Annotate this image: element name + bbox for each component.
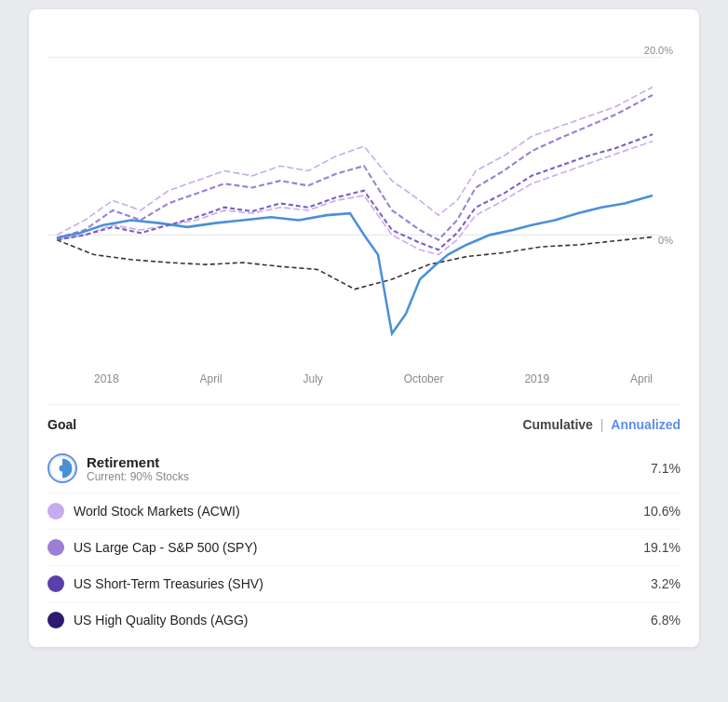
x-label-july: July (303, 372, 323, 385)
list-item: Retirement Current: 90% Stocks 7.1% (47, 444, 681, 493)
x-label-2019: 2019 (524, 372, 549, 385)
spy-dot (47, 539, 64, 556)
y-label-0: 0% (658, 235, 673, 246)
legend-header: Goal Cumulative | Annualized (47, 404, 681, 440)
agg-text: US High Quality Bonds (AGG) (74, 613, 249, 628)
agg-dot (47, 612, 64, 628)
svg-point-3 (60, 466, 66, 472)
acwi-dot (47, 503, 64, 520)
x-label-april2: April (630, 372, 653, 385)
y-label-20: 20.0% (644, 45, 673, 56)
shv-text: US Short-Term Treasuries (SHV) (74, 576, 263, 591)
retirement-value: 7.1% (651, 461, 681, 476)
toggle-pipe: | (600, 417, 604, 432)
list-item: US Large Cap - S&P 500 (SPY) 19.1% (47, 530, 681, 566)
legend-item-left: Retirement Current: 90% Stocks (47, 453, 189, 483)
spy-name: US Large Cap - S&P 500 (SPY) (74, 540, 257, 555)
cumulative-toggle[interactable]: Cumulative (522, 417, 592, 432)
legend-item-left: World Stock Markets (ACWI) (47, 503, 240, 520)
legend-view-toggle: Cumulative | Annualized (522, 416, 681, 433)
shv-value: 3.2% (651, 576, 681, 591)
agg-value: 6.8% (651, 613, 681, 628)
retirement-name: Retirement (87, 454, 189, 470)
legend-item-left: US High Quality Bonds (AGG) (47, 612, 249, 628)
list-item: US Short-Term Treasuries (SHV) 3.2% (47, 566, 681, 602)
acwi-value: 10.6% (643, 504, 681, 519)
retirement-text: Retirement Current: 90% Stocks (87, 454, 189, 483)
shv-name: US Short-Term Treasuries (SHV) (74, 576, 263, 591)
x-axis-labels: 2018 April July October 2019 April (47, 372, 681, 385)
retirement-logo (49, 453, 75, 483)
x-label-2018: 2018 (94, 372, 119, 385)
shv-dot (47, 575, 64, 592)
spy-text: US Large Cap - S&P 500 (SPY) (74, 540, 257, 555)
line-chart (47, 28, 681, 363)
agg-name: US High Quality Bonds (AGG) (74, 613, 249, 628)
legend-goal-label: Goal (47, 417, 76, 432)
spy-value: 19.1% (643, 540, 681, 555)
retirement-sub: Current: 90% Stocks (87, 470, 189, 483)
retirement-icon (47, 453, 77, 483)
acwi-name: World Stock Markets (ACWI) (74, 504, 240, 519)
list-item: World Stock Markets (ACWI) 10.6% (47, 493, 681, 530)
main-card: 20.0% 0% 2018 April July October 2019 Ap… (29, 9, 699, 647)
x-label-april1: April (200, 372, 222, 385)
legend-item-left: US Short-Term Treasuries (SHV) (47, 575, 263, 592)
annualized-toggle[interactable]: Annualized (611, 417, 681, 432)
list-item: US High Quality Bonds (AGG) 6.8% (47, 602, 681, 638)
acwi-text: World Stock Markets (ACWI) (74, 504, 240, 519)
chart-area: 20.0% 0% (47, 28, 681, 363)
legend-item-left: US Large Cap - S&P 500 (SPY) (47, 539, 257, 556)
x-label-october: October (404, 372, 444, 385)
